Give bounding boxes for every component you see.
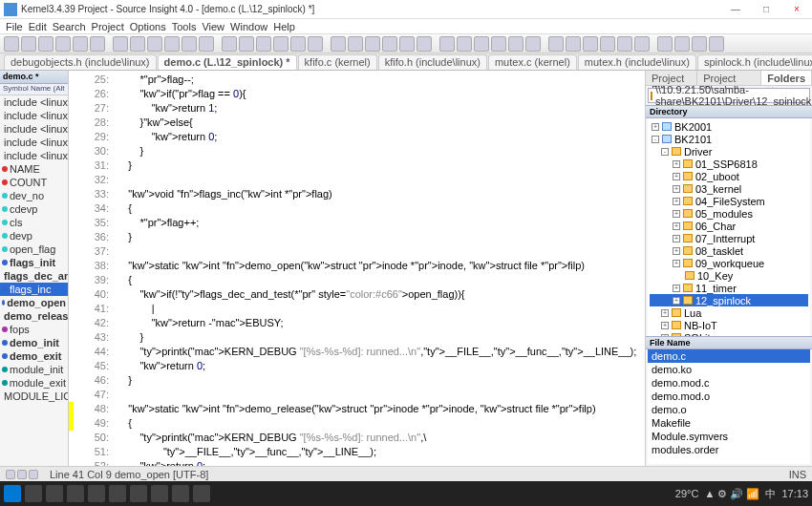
tree-item[interactable]: +12_spinlock xyxy=(650,294,808,306)
symbol-item[interactable]: demo_open xyxy=(0,296,68,309)
symbol-item[interactable]: include <linux xyxy=(0,149,68,162)
toolbar-button[interactable] xyxy=(508,36,524,52)
file-item[interactable]: demo.mod.c xyxy=(648,376,810,390)
file-list[interactable]: demo.cdemo.kodemo.mod.cdemo.mod.odemo.oM… xyxy=(648,349,810,464)
symbol-item[interactable]: cls xyxy=(0,216,68,229)
app-icon-7[interactable] xyxy=(193,485,210,502)
tree-item[interactable]: +NB-IoT xyxy=(650,319,808,331)
symbol-item[interactable]: demo_init xyxy=(0,336,68,349)
tree-item[interactable]: +04_FileSystem xyxy=(650,195,808,207)
document-tab[interactable]: demo.c (L.\12_spinlock) * xyxy=(158,54,297,70)
search-icon[interactable] xyxy=(25,485,42,502)
toolbar-button[interactable] xyxy=(130,36,145,52)
maximize-button[interactable]: □ xyxy=(755,2,778,17)
menu-window[interactable]: Window xyxy=(230,21,267,32)
menu-options[interactable]: Options xyxy=(130,21,166,32)
start-button[interactable] xyxy=(4,485,21,502)
close-button[interactable]: × xyxy=(785,2,808,17)
symbol-item[interactable]: include <linux xyxy=(0,122,68,136)
symbol-item[interactable]: include <linux xyxy=(0,136,68,149)
toolbar-button[interactable] xyxy=(164,36,180,52)
file-item[interactable]: modules.order xyxy=(648,443,810,456)
toolbar-button[interactable] xyxy=(692,36,707,52)
toolbar-button[interactable] xyxy=(182,36,197,52)
tree-item[interactable]: -BK2101 xyxy=(650,133,808,145)
symbol-item[interactable]: flags_init xyxy=(0,256,68,269)
tree-item[interactable]: +06_Char xyxy=(650,220,808,232)
toolbar-button[interactable] xyxy=(4,36,19,52)
symbol-item[interactable]: flags_inc xyxy=(0,283,68,296)
toolbar-button[interactable] xyxy=(199,36,214,52)
menu-view[interactable]: View xyxy=(202,21,224,32)
tree-item[interactable]: +07_Intterrupt xyxy=(650,232,808,244)
symbol-item[interactable]: open_flag xyxy=(0,242,68,256)
toolbar-button[interactable] xyxy=(239,36,254,52)
toolbar-button[interactable] xyxy=(491,36,506,52)
app-icon-2[interactable] xyxy=(88,485,105,502)
file-item[interactable]: demo.o xyxy=(648,403,810,416)
toolbar-button[interactable] xyxy=(113,36,128,52)
project-tab[interactable]: Folders × xyxy=(761,71,812,85)
toolbar-button[interactable] xyxy=(525,36,541,52)
windows-taskbar[interactable]: 29°C ▲ ⚙ 🔊 📶 中 17:13 xyxy=(0,481,812,506)
toolbar-button[interactable] xyxy=(439,36,455,52)
toolbar-button[interactable] xyxy=(457,36,472,52)
clock[interactable]: 17:13 xyxy=(781,488,808,499)
document-tab[interactable]: spinlock.h (include\linux) xyxy=(697,54,812,70)
weather[interactable]: 29°C xyxy=(675,488,699,499)
menu-file[interactable]: File xyxy=(6,21,23,32)
toolbar-button[interactable] xyxy=(73,36,88,52)
file-item[interactable]: Makefile xyxy=(648,416,810,430)
app-icon-6[interactable] xyxy=(172,485,189,502)
toolbar-button[interactable] xyxy=(290,36,306,52)
document-tab[interactable]: mutex.c (kernel) xyxy=(488,54,577,70)
symbol-item[interactable]: COUNT xyxy=(0,176,68,189)
toolbar-button[interactable] xyxy=(38,36,53,52)
symbol-item[interactable]: NAME xyxy=(0,162,68,176)
file-item[interactable]: demo.mod.o xyxy=(648,390,810,403)
tree-item[interactable]: -Driver xyxy=(650,145,808,158)
file-item[interactable]: Module.symvers xyxy=(648,430,810,443)
app-icon-1[interactable] xyxy=(67,485,84,502)
task-view-icon[interactable] xyxy=(46,485,63,502)
toolbar-button[interactable] xyxy=(657,36,673,52)
symbol-item[interactable]: fops xyxy=(0,323,68,336)
menu-tools[interactable]: Tools xyxy=(172,21,197,32)
code-area[interactable]: *"pr">flag--; "kw">if("pr">flag == 0){ "… xyxy=(117,71,645,466)
toolbar-button[interactable] xyxy=(583,36,598,52)
tree-item[interactable]: 10_Key xyxy=(650,269,808,282)
toolbar-button[interactable] xyxy=(674,36,690,52)
symbol-item[interactable]: cdevp xyxy=(0,202,68,216)
symbol-item[interactable]: demo_exit xyxy=(0,349,68,363)
toolbar-button[interactable] xyxy=(21,36,36,52)
app-icon-3[interactable] xyxy=(109,485,126,502)
symbol-item[interactable]: demo_release xyxy=(0,309,68,323)
toolbar-button[interactable] xyxy=(256,36,271,52)
toolbar-button[interactable] xyxy=(331,36,346,52)
toolbar-button[interactable] xyxy=(273,36,288,52)
toolbar-button[interactable] xyxy=(709,36,724,52)
toolbar-button[interactable] xyxy=(548,36,564,52)
tree-item[interactable]: +05_modules xyxy=(650,207,808,220)
tree-item[interactable]: +02_uboot xyxy=(650,170,808,182)
document-tab[interactable]: mutex.h (include\linux) xyxy=(578,54,696,70)
app-icon-5[interactable] xyxy=(151,485,168,502)
symbol-item[interactable]: devp xyxy=(0,229,68,242)
path-box[interactable]: \\10.9.21.50\samba-share\BK2101\Driver\1… xyxy=(648,88,810,103)
toolbar-button[interactable] xyxy=(399,36,415,52)
symbol-item[interactable]: module_init xyxy=(0,363,68,376)
toolbar-button[interactable] xyxy=(348,36,363,52)
document-tab[interactable]: kfifo.h (include\linux) xyxy=(378,54,487,70)
menu-help[interactable]: Help xyxy=(273,21,295,32)
symbol-item[interactable]: MODULE_LICE xyxy=(0,390,68,403)
app-icon-4[interactable] xyxy=(130,485,147,502)
ime[interactable]: 中 xyxy=(765,487,776,501)
file-item[interactable]: demo.ko xyxy=(648,363,810,376)
tree-item[interactable]: +01_SSP6818 xyxy=(650,158,808,170)
menu-edit[interactable]: Edit xyxy=(29,21,47,32)
tree-item[interactable]: +BK2001 xyxy=(650,120,808,133)
symbol-item[interactable]: include <linux xyxy=(0,95,68,109)
toolbar-button[interactable] xyxy=(55,36,71,52)
toolbar-button[interactable] xyxy=(382,36,397,52)
directory-tree[interactable]: +BK2001-BK2101-Driver+01_SSP6818+02_uboo… xyxy=(648,118,810,336)
